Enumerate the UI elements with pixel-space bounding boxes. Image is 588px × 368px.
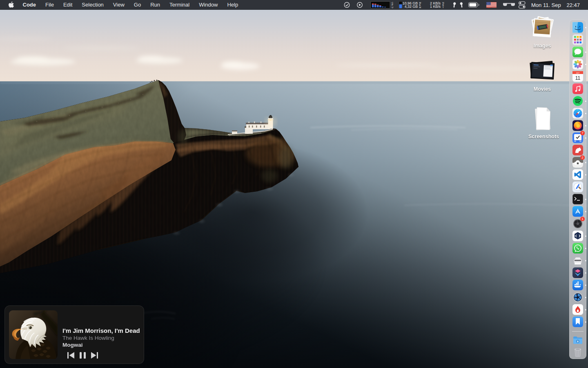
svg-text:Mon 11. Sep: Mon 11. Sep [531,2,561,8]
svg-text:11: 11 [575,75,581,81]
svg-text:4,32 GB: 4,32 GB [405,4,418,9]
svg-text:T: T [443,6,444,9]
svg-text:1 KB/s: 1 KB/s [430,4,441,9]
svg-text:SEP: SEP [576,72,580,74]
svg-text:U: U [392,6,393,9]
svg-text:M: M [419,6,421,9]
svg-text:22:47: 22:47 [566,2,580,8]
